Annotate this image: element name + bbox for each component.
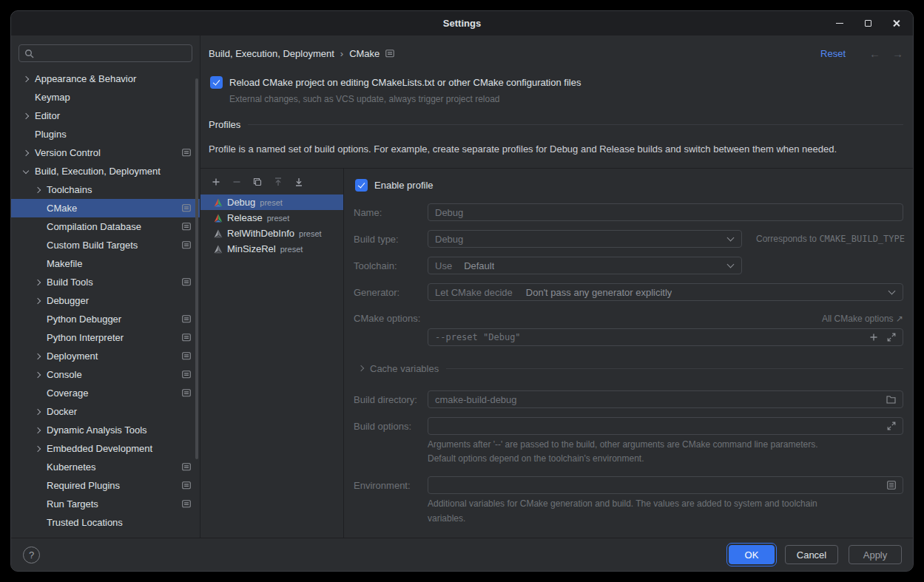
sidebar-item-docker[interactable]: Docker <box>11 402 200 421</box>
chevron-right-icon[interactable] <box>18 143 33 162</box>
sidebar-item-coverage[interactable]: Coverage <box>11 384 200 402</box>
environment-row: Environment: <box>354 476 903 494</box>
sidebar-item-cmake[interactable]: CMake <box>11 199 200 217</box>
expand-field-icon-button[interactable] <box>887 333 896 342</box>
chevron-right-icon[interactable] <box>30 439 45 458</box>
sidebar-item-trusted-locations[interactable]: Trusted Locations <box>11 513 200 532</box>
sidebar-item-makefile[interactable]: Makefile <box>11 254 200 273</box>
sidebar-item-editor[interactable]: Editor <box>11 106 200 125</box>
sidebar-item-appearance-behavior[interactable]: Appearance & Behavior <box>11 70 200 88</box>
sidebar-item-compilation-database[interactable]: Compilation Database <box>11 217 200 236</box>
remove-profile-button[interactable] <box>231 176 243 188</box>
back-button[interactable]: ← <box>869 47 880 60</box>
help-button[interactable]: ? <box>23 547 40 564</box>
chevron-down-icon[interactable] <box>18 162 33 180</box>
chevron-right-icon <box>355 362 367 374</box>
sidebar-item-deployment[interactable]: Deployment <box>11 347 200 365</box>
breadcrumb-parent[interactable]: Build, Execution, Deployment <box>209 48 334 59</box>
sidebar-item-run-targets[interactable]: Run Targets <box>11 495 200 513</box>
settings-search-input[interactable] <box>18 44 192 62</box>
sidebar-item-kubernetes[interactable]: Kubernetes <box>11 458 200 476</box>
all-cmake-options-link[interactable]: All CMake options ↗ <box>822 314 903 324</box>
profile-item-release[interactable]: Releasepreset <box>200 210 343 226</box>
sidebar-item-label: Makefile <box>47 258 82 269</box>
chevron-right-icon[interactable] <box>30 402 45 421</box>
build-directory-input[interactable]: cmake-build-debug <box>428 390 903 408</box>
apply-button[interactable]: Apply <box>849 545 902 564</box>
chevron-right-icon[interactable] <box>18 106 33 125</box>
sidebar-item-python-debugger[interactable]: Python Debugger <box>11 310 200 328</box>
profile-item-relwithdebinfo[interactable]: RelWithDebInfopreset <box>200 226 343 241</box>
applies-to-project-icon <box>182 389 191 397</box>
build-type-select[interactable]: Debug <box>428 230 742 248</box>
breadcrumb-current[interactable]: CMake <box>349 48 380 59</box>
sidebar-item-embedded-development[interactable]: Embedded Development <box>11 439 200 458</box>
name-label: Name: <box>354 207 428 218</box>
generator-select[interactable]: Let CMake decide Don't pass any generato… <box>428 283 903 301</box>
chevron-right-icon[interactable] <box>18 70 33 88</box>
chevron-down-icon <box>727 235 735 243</box>
expand-field-icon-button[interactable] <box>887 422 896 430</box>
chevron-right-icon[interactable] <box>30 180 45 199</box>
name-input[interactable]: Debug <box>428 203 903 221</box>
profiles-description: Profile is a named set of build options.… <box>209 143 903 155</box>
sidebar-item-label: Python Interpreter <box>47 332 124 343</box>
sidebar-item-build-execution-deployment[interactable]: Build, Execution, Deployment <box>11 162 200 180</box>
build-type-row: Build type: Debug Corresponds to CMAKE_B… <box>354 230 903 248</box>
sidebar-item-debugger[interactable]: Debugger <box>11 291 200 310</box>
sidebar-item-custom-build-targets[interactable]: Custom Build Targets <box>11 236 200 254</box>
maximize-button[interactable] <box>863 18 873 29</box>
chevron-placeholder <box>30 476 45 495</box>
sidebar-item-version-control[interactable]: Version Control <box>11 143 200 162</box>
sidebar-item-build-tools[interactable]: Build Tools <box>11 273 200 291</box>
reset-link[interactable]: Reset <box>820 48 846 59</box>
move-down-button[interactable] <box>293 176 305 188</box>
chevron-right-icon[interactable] <box>30 347 45 365</box>
generator-value: Don't pass any generator explicitly <box>526 287 672 298</box>
build-type-hint: Corresponds to CMAKE_BUILD_TYPE <box>756 234 905 244</box>
applies-to-project-icon <box>182 149 191 157</box>
add-profile-button[interactable] <box>210 176 222 188</box>
sidebar-item-required-plugins[interactable]: Required Plugins <box>11 476 200 495</box>
cmake-options-input[interactable]: --preset "Debug" <box>428 328 903 346</box>
sidebar-scrollbar[interactable] <box>195 78 198 459</box>
sidebar-item-label: Appearance & Behavior <box>35 73 136 84</box>
sidebar-item-dynamic-analysis-tools[interactable]: Dynamic Analysis Tools <box>11 421 200 439</box>
cmake-profile-icon <box>214 245 223 254</box>
enable-profile-checkbox[interactable] <box>355 179 368 192</box>
add-macro-icon-button[interactable] <box>869 332 879 342</box>
sidebar-item-console[interactable]: Console <box>11 365 200 384</box>
chevron-right-icon[interactable] <box>30 273 45 291</box>
sidebar-item-python-interpreter[interactable]: Python Interpreter <box>11 328 200 347</box>
sidebar-item-toolchains[interactable]: Toolchains <box>11 180 200 199</box>
chevron-right-icon[interactable] <box>30 291 45 310</box>
toolchain-select[interactable]: Use Default <box>428 257 742 274</box>
chevron-right-icon[interactable] <box>30 421 45 439</box>
move-up-button[interactable] <box>272 176 284 188</box>
browse-folder-icon-button[interactable] <box>886 396 896 404</box>
chevron-placeholder <box>30 495 45 513</box>
environment-input[interactable] <box>428 476 903 494</box>
build-options-input[interactable] <box>428 417 903 435</box>
cache-variables-toggle[interactable]: Cache variables <box>355 362 903 374</box>
profile-item-minsizerel[interactable]: MinSizeRelpreset <box>200 241 343 257</box>
applies-to-project-icon <box>182 315 191 323</box>
close-button[interactable] <box>891 18 901 29</box>
sidebar-item-label: Required Plugins <box>47 480 120 491</box>
profile-item-debug[interactable]: Debugpreset <box>200 194 343 210</box>
ok-button[interactable]: OK <box>729 545 775 564</box>
cmake-options-value: --preset "Debug" <box>435 332 521 342</box>
cancel-button[interactable]: Cancel <box>785 545 838 564</box>
sidebar-item-plugins[interactable]: Plugins <box>11 125 200 143</box>
forward-button[interactable]: → <box>892 47 903 60</box>
cmake-options-label: CMake options: <box>354 313 428 324</box>
copy-profile-button[interactable] <box>252 176 263 188</box>
profiles-section-header: Profiles <box>209 119 903 130</box>
reload-cmake-checkbox[interactable] <box>210 76 223 89</box>
chevron-right-icon[interactable] <box>30 365 45 384</box>
chevron-placeholder <box>18 125 33 143</box>
environment-variables-icon-button[interactable] <box>887 481 896 490</box>
sidebar-item-keymap[interactable]: Keymap <box>11 88 200 106</box>
titlebar: Settings <box>11 11 913 35</box>
minimize-button[interactable] <box>834 18 845 29</box>
